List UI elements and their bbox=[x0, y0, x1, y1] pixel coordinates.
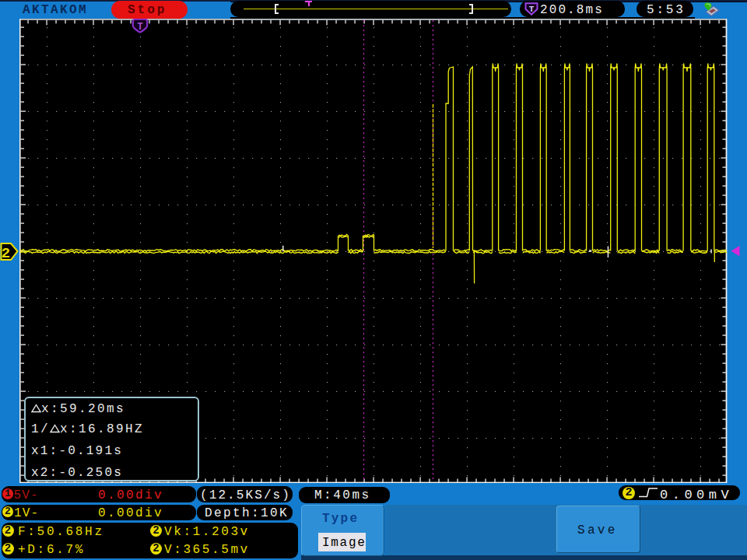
svg-text:T: T bbox=[529, 5, 535, 14]
svg-text:T: T bbox=[137, 22, 142, 33]
svg-text:2: 2 bbox=[2, 245, 10, 262]
